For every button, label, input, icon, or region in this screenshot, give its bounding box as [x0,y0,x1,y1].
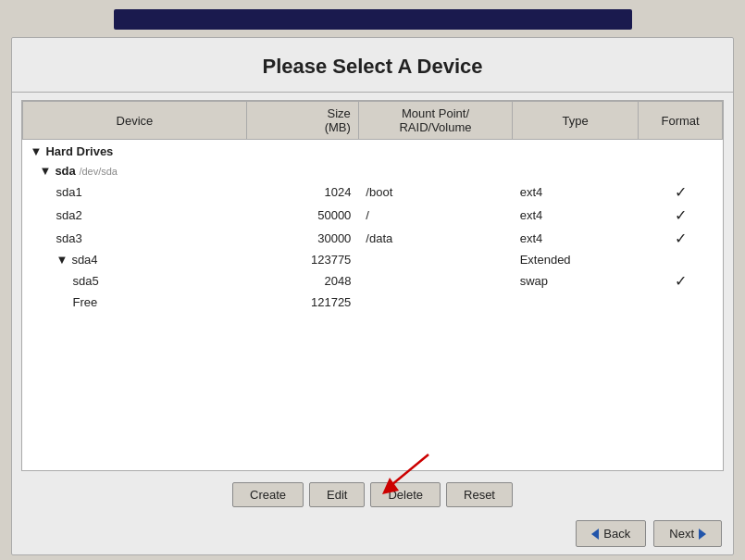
hard-drives-label: ▼Hard Drives [23,140,723,162]
device-type: Extended [513,250,639,269]
device-mount [358,250,512,269]
device-size: 123775 [246,250,358,269]
device-name: Free [23,292,247,312]
device-type: ext4 [513,204,639,227]
device-size: 121725 [246,292,358,312]
sda-label: ▼sda /dev/sda [23,161,247,180]
device-type [513,292,639,312]
device-type: ext4 [513,180,639,204]
device-mount [358,292,512,312]
device-name: sda5 [23,269,247,292]
col-header-size: Size(MB) [246,102,358,140]
table-row[interactable]: sda2 50000 / ext4 ✓ [23,204,723,227]
device-mount: / [358,204,512,227]
device-mount [358,269,512,292]
navigation-buttons: Back Next [12,515,733,554]
device-size: 1024 [246,180,358,204]
col-header-format: Format [639,102,723,140]
device-size: 2048 [246,269,358,292]
red-arrow-indicator [373,450,438,499]
create-button[interactable]: Create [232,482,304,507]
device-format: ✓ [639,269,723,292]
title-area: Please Select A Device [12,38,733,93]
main-window: Please Select A Device Device Size(MB) M… [11,37,734,555]
next-button[interactable]: Next [653,520,722,547]
top-bar [114,9,632,30]
device-format: ✓ [639,204,723,227]
bottom-section: Create Edit Delete Reset Back Next [12,477,733,554]
table-row[interactable]: ▼sda4 123775 Extended [23,250,723,269]
svg-line-0 [391,454,428,485]
next-arrow-icon [699,529,706,540]
device-size: 30000 [246,227,358,250]
device-format [639,292,723,312]
back-button[interactable]: Back [576,520,646,547]
edit-button[interactable]: Edit [309,482,365,507]
back-arrow-icon [591,529,599,540]
device-table-container: Device Size(MB) Mount Point/RAID/Volume … [21,100,724,471]
device-size: 50000 [246,204,358,227]
table-row[interactable]: sda5 2048 swap ✓ [23,269,723,292]
device-type: ext4 [513,227,639,250]
device-mount: /data [358,227,512,250]
device-type: swap [513,269,639,292]
col-header-mount: Mount Point/RAID/Volume [358,102,512,140]
reset-button[interactable]: Reset [446,482,513,507]
device-mount: /boot [358,180,512,204]
col-header-device: Device [23,102,247,140]
table-row[interactable]: sda1 1024 /boot ext4 ✓ [23,180,723,204]
col-header-type: Type [513,102,639,140]
device-name: sda1 [23,180,247,204]
device-name: sda3 [23,227,247,250]
device-name: sda2 [23,204,247,227]
table-row[interactable]: sda3 30000 /data ext4 ✓ [23,227,723,250]
device-name: ▼sda4 [23,250,247,269]
table-row[interactable]: Free 121725 [23,292,723,312]
back-label: Back [603,527,630,541]
device-format: ✓ [639,227,723,250]
device-format: ✓ [639,180,723,204]
table-row: ▼sda /dev/sda [23,161,723,180]
next-label: Next [669,527,694,541]
device-table: Device Size(MB) Mount Point/RAID/Volume … [22,101,723,312]
page-title: Please Select A Device [21,55,724,79]
table-row: ▼Hard Drives [23,140,723,162]
device-format [639,250,723,269]
